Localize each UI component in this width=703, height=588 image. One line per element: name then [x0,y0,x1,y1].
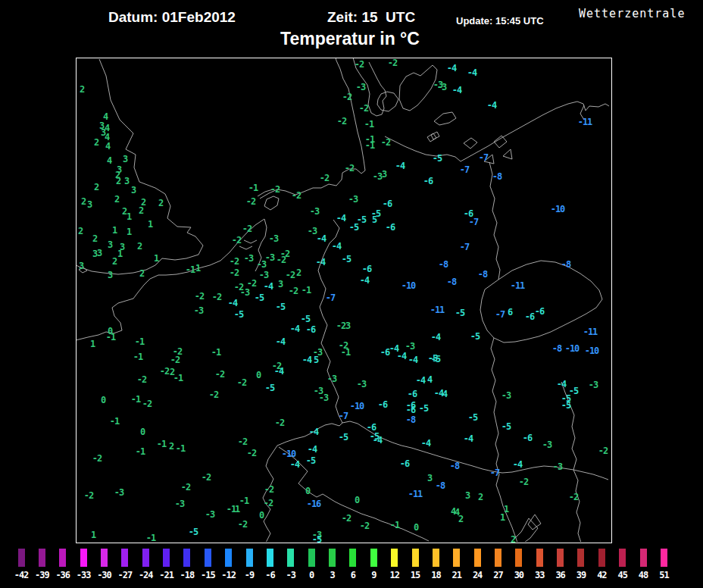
station-value: -2 [292,191,301,200]
colorbar-label: 42 [597,570,606,580]
station-value: 4 [427,375,432,384]
time-label: Zeit: 15 UTC [327,9,415,26]
station-value: -1 [364,120,373,129]
station-value: -2 [359,104,368,113]
colorbar-label: 51 [659,570,668,580]
colorbar-swatch [287,549,294,567]
station-value: -1 [136,447,145,456]
station-value: -5 [339,433,348,442]
station-value: -3 [194,306,203,315]
station-value: -2 [246,197,255,206]
station-value: -8 [561,260,570,269]
station-value: 2 [296,268,301,277]
colorbar-label: 30 [514,570,523,580]
station-value: -2 [160,367,169,376]
colorbar-swatch [619,549,626,567]
station-value: -1 [146,533,155,543]
station-value: 2 [137,242,142,251]
colorbar-label: -21 [159,570,173,580]
station-value: 1 [195,264,200,273]
colorbar-swatch [412,549,419,567]
station-value: -7 [339,411,348,421]
station-value: -7 [495,310,505,319]
station-value: -4 [452,86,461,95]
station-value: -4 [467,68,476,77]
colorbar-swatch [225,549,232,567]
station-value: -5 [301,314,310,324]
station-value: -3 [589,380,598,389]
station-value: -4 [397,352,406,361]
station-value: -1 [135,337,144,346]
station-value: -8 [478,270,487,279]
station-value: -2 [360,521,369,530]
station-value: -1 [186,265,195,274]
station-value: -3 [373,172,382,181]
station-value: 3 [123,155,127,164]
colorbar-label: -9 [245,570,254,580]
station-value: -6 [523,433,532,443]
colorbar-label: -42 [14,570,29,580]
station-value: -2 [242,224,252,233]
station-value: -8 [406,415,415,424]
station-value: -2 [195,292,204,301]
station-value: -4 [464,434,473,443]
station-value: -3 [356,83,365,92]
station-value: -2 [238,437,247,446]
station-value: -3 [348,195,358,204]
station-value: -2 [345,164,354,173]
station-value: -2 [342,514,351,523]
station-value: 1 [154,254,158,263]
station-value: -7 [479,153,488,162]
station-value: -3 [405,342,414,351]
station-value: -3 [175,499,184,508]
station-value: -5 [265,383,274,393]
station-value: -6 [408,389,417,399]
station-value: -2 [232,236,241,245]
station-value: -4 [332,242,341,251]
station-value: -2 [215,370,224,379]
station-value: 4 [442,389,447,399]
station-value: -3 [437,83,446,92]
colorbar-swatch [163,549,170,567]
station-value: 2 [112,257,117,266]
station-value: 1 [90,339,95,349]
colorbar-swatch [536,549,543,567]
station-value: 1 [112,226,117,235]
station-value: -10 [565,344,580,353]
station-value: -3 [542,440,551,449]
station-value: -5 [312,535,321,544]
station-value: -3 [308,227,317,236]
station-value: 2 [81,197,86,206]
station-value: 0 [414,523,418,532]
station-value: 4 [105,142,110,151]
station-value: -1 [365,141,374,150]
station-value: -5 [276,302,285,311]
station-value: 2 [94,138,98,147]
station-value: 2 [80,85,84,94]
station-value: -6 [380,348,389,357]
colorbar-swatch [205,549,211,567]
station-value: -4 [408,355,417,364]
station-value: -11 [408,489,423,499]
station-value: 1 [91,530,95,540]
station-value: 3 [97,249,102,258]
colorbar-swatch [495,549,501,567]
station-value: -3 [205,510,214,519]
station-value: 1 [127,227,131,236]
colorbar-swatch [329,549,336,567]
station-value: -2 [230,268,239,277]
station-value: -4 [373,436,382,445]
station-value: -1 [110,417,119,426]
station-value: -8 [439,260,448,269]
station-value: 0 [305,486,310,496]
colorbar-swatch [640,549,647,567]
station-value: -3 [257,260,266,269]
station-value: -11 [511,281,525,290]
station-value: -2 [264,499,273,508]
station-value: -4 [447,64,456,73]
colorbar-swatch [267,549,273,567]
station-value: 2 [458,514,463,524]
colorbar-swatch [474,549,481,567]
station-value: 2 [92,234,97,243]
colorbar-swatch [80,549,87,567]
